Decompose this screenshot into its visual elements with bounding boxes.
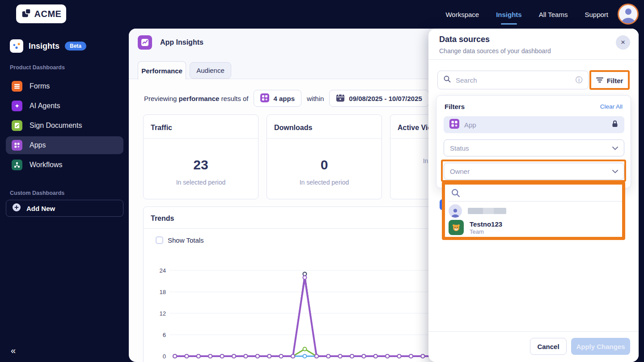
forms-icon: [12, 81, 22, 92]
team-avatar: [449, 220, 464, 235]
sidebar-header: Insights Beta: [10, 39, 86, 53]
acme-logo-text: ACME: [34, 9, 62, 19]
sidebar-item-forms[interactable]: Forms: [6, 77, 123, 95]
data-sources-panel: Data sources Change data sources of your…: [428, 29, 639, 362]
sidebar-item-workflows[interactable]: Workflows: [6, 156, 123, 174]
svg-text:12: 12: [160, 310, 166, 317]
stat-caption: In selected period: [267, 179, 381, 186]
panel-subtitle: Change data sources of your dashboard: [439, 47, 551, 55]
calendar-icon: [336, 93, 345, 104]
search-icon: [443, 75, 451, 85]
stat-card-downloads: Downloads 0 In selected period: [267, 114, 382, 199]
app-icon: [449, 119, 459, 130]
preview-row: Previewing performance results of 4 apps…: [144, 90, 429, 107]
section-product-dashboards: Product Dashboards: [10, 64, 65, 71]
stat-value: 0: [267, 157, 381, 173]
cancel-button[interactable]: Cancel: [530, 338, 567, 355]
nav-support[interactable]: Support: [585, 11, 608, 18]
sidebar-item-apps[interactable]: Apps: [6, 136, 123, 154]
divider: [428, 331, 639, 332]
show-totals-checkbox[interactable]: [156, 236, 163, 244]
tab-performance[interactable]: Performance: [138, 61, 186, 80]
filter-field-app: App: [444, 116, 624, 133]
owner-options-dropdown: Testno123 Team: [443, 182, 624, 239]
add-new-button[interactable]: Add New: [6, 200, 123, 217]
svg-text:6: 6: [163, 332, 166, 338]
user-avatar: [449, 204, 462, 218]
filters-dropdown: Filters Clear All App Status Owner: [436, 95, 631, 188]
close-icon: ×: [621, 38, 625, 47]
filter-field-owner[interactable]: Owner: [444, 163, 624, 180]
within-label: within: [307, 95, 324, 102]
data-source-search[interactable]: ⓘ: [437, 71, 589, 89]
info-icon[interactable]: ⓘ: [576, 76, 583, 85]
filter-button[interactable]: Filter: [592, 73, 627, 88]
show-totals-label: Show Totals: [168, 236, 204, 244]
user-avatar[interactable]: [618, 4, 639, 25]
date-range-button[interactable]: 09/08/2025 - 10/07/2025: [329, 90, 428, 107]
chevron-down-icon: [612, 144, 618, 152]
person-icon: [619, 5, 637, 23]
beta-badge: Beta: [65, 42, 86, 51]
insights-logo-icon: [10, 39, 23, 53]
search-icon: [451, 188, 461, 200]
lock-icon: [611, 120, 619, 130]
apps-icon: [12, 140, 22, 151]
top-bar: ACME Workspace Insights All Teams Suppor…: [0, 0, 644, 29]
team-name: Testno123: [470, 220, 502, 228]
apps-selector-button[interactable]: 4 apps: [254, 90, 301, 107]
top-navigation: Workspace Insights All Teams Support: [445, 0, 608, 29]
sidebar-item-sign-documents[interactable]: Sign Documents: [6, 117, 123, 135]
clear-all-link[interactable]: Clear All: [600, 103, 623, 110]
panel-title: Data sources: [439, 35, 490, 44]
acme-logo[interactable]: ACME: [16, 4, 66, 23]
tab-audience[interactable]: Audience: [190, 62, 231, 79]
svg-text:24: 24: [160, 267, 166, 274]
preview-text: Previewing performance results of: [144, 95, 248, 102]
filter-field-status[interactable]: Status: [444, 139, 624, 156]
sidebar-collapse-button[interactable]: «: [11, 345, 16, 356]
stat-card-traffic: Traffic 23 In selected period: [143, 114, 258, 199]
chevron-down-icon: [612, 167, 618, 175]
stat-title: Traffic: [144, 115, 258, 139]
ai-agents-icon: ✦: [12, 101, 22, 111]
show-totals-control: Show Totals: [156, 236, 204, 244]
divider: [449, 201, 622, 202]
owner-option-user[interactable]: [449, 204, 506, 218]
apply-changes-button[interactable]: Apply Changes: [571, 338, 630, 355]
sidebar-item-ai-agents[interactable]: ✦ AI Agents: [6, 97, 123, 115]
page-title: App Insights: [160, 38, 203, 46]
filters-heading: Filters: [445, 103, 465, 110]
stat-caption: In selected period: [144, 179, 258, 186]
nav-all-teams[interactable]: All Teams: [539, 11, 568, 18]
team-type: Team: [470, 228, 502, 235]
apps-icon: [260, 93, 269, 104]
svg-text:0: 0: [163, 353, 166, 360]
owner-option-team[interactable]: Testno123 Team: [449, 220, 502, 235]
plus-circle-icon: [12, 203, 21, 214]
section-custom-dashboards: Custom Dashboards: [10, 190, 64, 196]
workflows-icon: [12, 160, 22, 170]
nav-insights[interactable]: Insights: [496, 11, 522, 18]
stat-value: 23: [144, 157, 258, 173]
stat-title: Downloads: [267, 115, 381, 139]
close-button[interactable]: ×: [616, 35, 630, 50]
app-insights-icon: [138, 35, 152, 50]
search-input[interactable]: [456, 76, 571, 84]
filter-icon: [596, 77, 603, 84]
person-icon: [450, 207, 461, 218]
nav-workspace[interactable]: Workspace: [445, 11, 479, 18]
svg-text:18: 18: [160, 289, 166, 295]
sidebar-app-title: Insights: [29, 42, 59, 51]
redacted-user-name: [468, 208, 506, 214]
sign-documents-icon: [12, 120, 22, 131]
acme-logo-icon: [21, 8, 32, 20]
divider: [428, 59, 639, 60]
sidebar: Insights Beta Product Dashboards Forms ✦…: [0, 29, 129, 362]
